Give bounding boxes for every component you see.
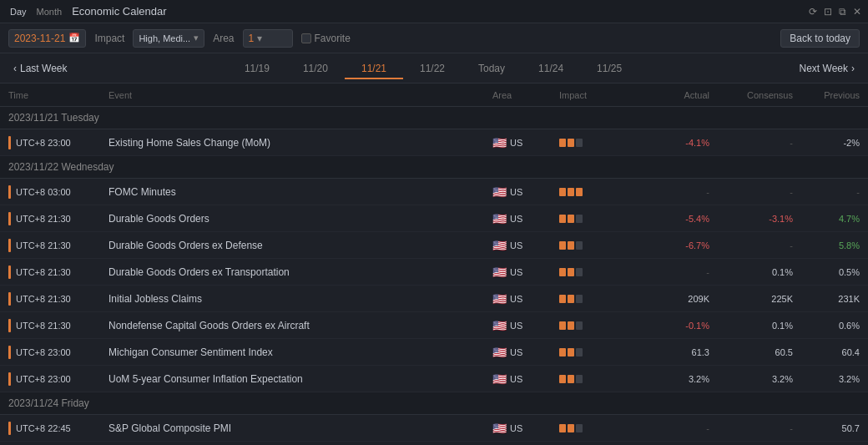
table-row[interactable]: UTC+8 21:30Durable Goods Orders🇺🇸US-5.4%… <box>0 205 868 232</box>
row-indicator <box>8 212 11 225</box>
date-picker[interactable]: 2023-11-21 📅 <box>8 29 86 48</box>
previous-value: 50.7 <box>793 423 860 433</box>
previous-value: 231K <box>793 294 860 304</box>
area-dropdown[interactable]: 1 ▾ <box>243 29 293 48</box>
event-cell: FOMC Minutes <box>108 186 492 198</box>
tab-day[interactable]: Day <box>7 5 30 18</box>
event-cell: Existing Home Sales Change (MoM) <box>108 137 492 149</box>
minimize-icon[interactable]: ⊡ <box>824 6 832 18</box>
favorite-checkbox-label[interactable]: Favorite <box>301 33 351 44</box>
navigation-bar: ‹ Last Week 11/1911/2011/2111/22Today11/… <box>0 53 868 83</box>
actual-value: -4.1% <box>643 138 709 148</box>
area-cell: 🇺🇸US <box>492 372 559 386</box>
nav-date[interactable]: 11/21 <box>345 58 403 79</box>
impact-bar <box>576 188 583 196</box>
window-controls: ⟳ ⊡ ⧉ ✕ <box>809 6 861 18</box>
prev-week-button[interactable]: ‹ Last Week <box>8 60 72 77</box>
table-row[interactable]: UTC+8 03:00FOMC Minutes🇺🇸US--- <box>0 179 868 205</box>
area-value: US <box>510 423 522 433</box>
col-event: Event <box>108 90 492 100</box>
table-row[interactable]: UTC+8 23:00Michigan Consumer Sentiment I… <box>0 339 868 366</box>
flag-icon: 🇺🇸 <box>492 265 507 279</box>
chevron-down-icon: ▾ <box>194 33 199 43</box>
area-value: US <box>510 138 522 148</box>
table-row[interactable]: UTC+8 22:45S&P Global Manufacturing PMI🇺… <box>0 442 868 445</box>
time-value: UTC+8 23:00 <box>16 138 71 148</box>
table-row[interactable]: UTC+8 23:00Existing Home Sales Change (M… <box>0 129 868 156</box>
row-indicator <box>8 136 11 149</box>
flag-icon: 🇺🇸 <box>492 239 507 252</box>
nav-date[interactable]: 11/22 <box>403 58 462 79</box>
area-value: 1 <box>249 33 255 44</box>
next-week-label: Next Week <box>800 63 848 74</box>
time-value: UTC+8 21:30 <box>16 214 71 224</box>
row-indicator <box>8 292 11 306</box>
col-consensus: Consensus <box>709 90 793 100</box>
previous-value: 0.5% <box>793 267 860 277</box>
time-cell: UTC+8 21:30 <box>8 319 108 332</box>
impact-bar <box>576 375 583 383</box>
table-row[interactable]: UTC+8 21:30Durable Goods Orders ex Trans… <box>0 259 868 286</box>
impact-dropdown[interactable]: High, Medi... ▾ <box>133 29 204 48</box>
row-indicator <box>8 239 11 252</box>
maximize-icon[interactable]: ⧉ <box>839 6 846 18</box>
nav-date[interactable]: 11/19 <box>228 58 286 79</box>
impact-bar <box>568 188 574 196</box>
time-value: UTC+8 21:30 <box>16 321 71 331</box>
impact-bar <box>576 139 583 147</box>
consensus-value: 60.5 <box>709 347 793 357</box>
event-cell: Initial Jobless Claims <box>108 293 492 305</box>
table-row[interactable]: UTC+8 21:30Nondefense Capital Goods Orde… <box>0 312 868 339</box>
impact-bar <box>559 348 566 357</box>
impact-bar <box>568 215 574 223</box>
previous-value: 0.6% <box>793 321 860 331</box>
next-week-button[interactable]: Next Week › <box>795 60 860 77</box>
event-cell: Durable Goods Orders ex Defense <box>108 240 492 251</box>
impact-bar <box>568 139 574 147</box>
col-impact: Impact <box>559 90 643 100</box>
impact-bar <box>576 348 583 357</box>
nav-date[interactable]: Today <box>462 58 522 79</box>
impact-bars <box>559 188 643 196</box>
impact-bar <box>568 348 574 357</box>
actual-value: 209K <box>643 294 709 304</box>
area-value: US <box>510 214 522 224</box>
nav-date[interactable]: 11/24 <box>522 58 580 79</box>
actual-value: - <box>643 423 709 433</box>
area-cell: 🇺🇸US <box>492 346 559 359</box>
area-cell: 🇺🇸US <box>492 212 559 225</box>
favorite-checkbox[interactable] <box>301 33 311 43</box>
event-cell: Nondefense Capital Goods Orders ex Aircr… <box>108 320 492 331</box>
impact-bar <box>568 375 574 383</box>
time-cell: UTC+8 21:30 <box>8 265 108 279</box>
time-cell: UTC+8 21:30 <box>8 239 108 252</box>
impact-bar <box>559 268 566 276</box>
tab-month[interactable]: Month <box>33 5 66 18</box>
area-value: US <box>510 321 522 331</box>
area-label: Area <box>213 33 234 44</box>
back-to-today-button[interactable]: Back to today <box>780 29 860 48</box>
nav-date[interactable]: 11/20 <box>286 58 345 79</box>
close-icon[interactable]: ✕ <box>853 6 861 18</box>
refresh-icon[interactable]: ⟳ <box>809 6 817 18</box>
table-row[interactable]: UTC+8 21:30Initial Jobless Claims🇺🇸US209… <box>0 286 868 312</box>
time-cell: UTC+8 03:00 <box>8 185 108 199</box>
area-cell: 🇺🇸US <box>492 422 559 435</box>
impact-bar <box>559 375 566 383</box>
table-row[interactable]: UTC+8 23:00UoM 5-year Consumer Inflation… <box>0 366 868 392</box>
flag-icon: 🇺🇸 <box>492 212 507 225</box>
previous-value: 4.7% <box>793 214 860 224</box>
section-header: 2023/11/24 Friday <box>0 392 868 415</box>
consensus-value: -3.1% <box>709 214 793 224</box>
flag-icon: 🇺🇸 <box>492 319 507 332</box>
actual-value: -6.7% <box>643 240 709 250</box>
impact-bars <box>559 348 643 357</box>
table-row[interactable]: UTC+8 22:45S&P Global Composite PMI🇺🇸US-… <box>0 415 868 442</box>
time-cell: UTC+8 21:30 <box>8 212 108 225</box>
impact-bars <box>559 215 643 223</box>
row-indicator <box>8 422 11 435</box>
nav-date[interactable]: 11/25 <box>580 58 638 79</box>
date-navigation: 11/1911/2011/2111/22Today11/2411/25 <box>72 58 794 79</box>
consensus-value: 225K <box>709 294 793 304</box>
table-row[interactable]: UTC+8 21:30Durable Goods Orders ex Defen… <box>0 232 868 259</box>
